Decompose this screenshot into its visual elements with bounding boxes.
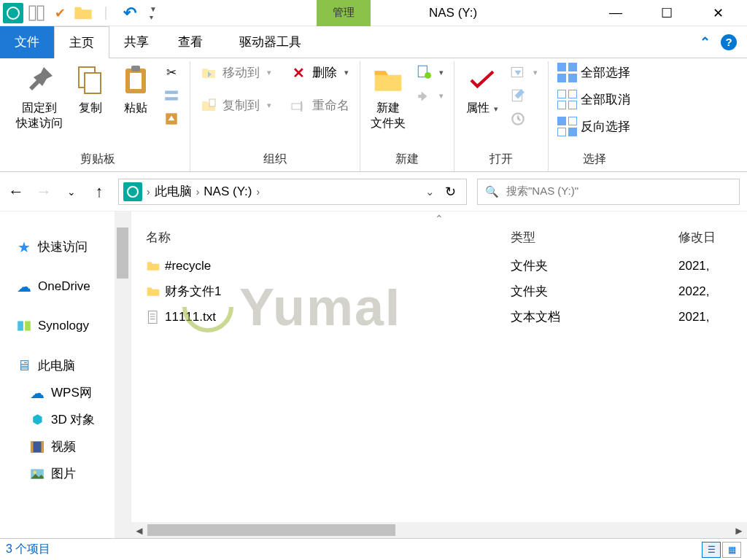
status-bar: 3 个项目 ☰ ▦ [0, 538, 747, 560]
nav-synology[interactable]: Synology [0, 313, 131, 339]
group-label-new: 新建 [395, 149, 419, 170]
chevron-icon[interactable]: › [196, 186, 200, 198]
minimize-button[interactable]: — [601, 5, 630, 21]
chevron-icon[interactable]: › [147, 186, 150, 198]
help-icon[interactable]: ? [721, 34, 737, 50]
recent-dropdown-icon[interactable]: ⌄ [63, 186, 80, 198]
rename-button[interactable]: 重命名 [287, 96, 352, 115]
tab-file[interactable]: 文件 [0, 26, 54, 58]
ribbon-group-new: 新建 文件夹 ▾ ▾ 新建 [360, 61, 454, 171]
tab-drive-tools[interactable]: 驱动器工具 [225, 26, 316, 58]
nav-videos[interactable]: 视频 [0, 433, 131, 460]
list-item[interactable]: 11111.txt 文本文档 2021, [146, 304, 747, 330]
tab-share[interactable]: 共享 [109, 26, 163, 58]
breadcrumb-this-pc[interactable]: 此电脑 [155, 183, 192, 200]
svg-rect-6 [131, 66, 140, 71]
delete-button[interactable]: ✕删除▾ [287, 63, 352, 82]
group-label-select: 选择 [583, 149, 606, 170]
nav-onedrive[interactable]: ☁OneDrive [0, 273, 131, 300]
manage-contextual-tab[interactable]: 管理 [317, 0, 371, 26]
breadcrumb[interactable]: › 此电脑 › NAS (Y:) › ⌄ ↻ [118, 179, 467, 205]
collapse-ribbon-icon[interactable]: ⌃ [700, 34, 711, 50]
svg-rect-7 [165, 90, 178, 93]
app-icon[interactable] [3, 3, 23, 23]
ribbon-group-open: 属性 ▾ ▾ 打开 [454, 61, 549, 171]
new-item-button[interactable]: ▾ [413, 63, 446, 82]
up-button[interactable]: ↑ [90, 182, 108, 201]
search-input[interactable]: 🔍 搜索"NAS (Y:)" [477, 179, 740, 205]
column-modified[interactable]: 修改日 [678, 229, 716, 246]
nav-quick-access[interactable]: ★快速访问 [0, 233, 131, 260]
window-controls: — ☐ ✕ [601, 5, 747, 21]
move-to-button[interactable]: 移动到▾ [198, 63, 274, 82]
select-none-icon [559, 92, 575, 108]
tab-home[interactable]: 主页 [54, 26, 109, 58]
quick-access-toolbar: ✔ │ ↶ ▼▾ [0, 3, 163, 23]
new-folder-button[interactable]: 新建 文件夹 [368, 63, 409, 131]
breadcrumb-location[interactable]: NAS (Y:) [204, 184, 252, 199]
svg-rect-1 [37, 6, 43, 20]
chevron-icon[interactable]: › [256, 186, 260, 198]
ribbon-group-clipboard: 固定到 快速访问 复制 粘贴 ✂ 剪贴板 [6, 61, 190, 171]
scroll-right-icon[interactable]: ► [731, 522, 747, 538]
forward-button[interactable]: → [35, 182, 53, 201]
nav-scrollbar[interactable] [115, 211, 131, 538]
pc-icon: 🖥 [16, 358, 32, 374]
properties-button[interactable]: 属性 ▾ [462, 63, 503, 116]
title-bar: ✔ │ ↶ ▼▾ 管理 NAS (Y:) — ☐ ✕ [0, 0, 747, 26]
main-area: ★快速访问 ☁OneDrive Synology 🖥此电脑 ☁WPS网 ⬢3D … [0, 211, 747, 538]
properties-icon[interactable]: ✔ [50, 3, 70, 23]
history-button[interactable] [507, 109, 541, 128]
pin-to-quick-access-button[interactable]: 固定到 快速访问 [13, 63, 66, 131]
back-button[interactable]: ← [7, 182, 25, 201]
address-dropdown-icon[interactable]: ⌄ [425, 185, 435, 198]
paste-button[interactable]: 粘贴 [115, 63, 156, 116]
view-details-button[interactable]: ☰ [702, 542, 721, 558]
svg-point-14 [425, 72, 431, 79]
open-button[interactable]: ▾ [507, 63, 541, 82]
nav-wps[interactable]: ☁WPS网 [0, 379, 131, 406]
easy-access-icon [416, 88, 432, 104]
nav-3d[interactable]: ⬢3D 对象 [0, 406, 131, 433]
list-item[interactable]: #recycle 文件夹 2021, [146, 253, 747, 279]
synology-icon [16, 318, 32, 334]
invert-selection-button[interactable]: 反向选择 [556, 117, 633, 136]
maximize-button[interactable]: ☐ [652, 5, 681, 21]
refresh-icon[interactable]: ↻ [445, 184, 456, 200]
copy-icon [73, 63, 108, 98]
cut-button[interactable]: ✂ [160, 63, 182, 82]
file-list: #recycle 文件夹 2021, 财务文件1 文件夹 2022, 11111… [131, 253, 747, 330]
svg-rect-21 [31, 441, 33, 452]
horizontal-scrollbar[interactable]: ◄ ► [131, 522, 747, 538]
tab-view[interactable]: 查看 [163, 26, 217, 58]
copy-to-button[interactable]: 复制到▾ [198, 96, 274, 115]
open-icon [510, 64, 526, 80]
paste-shortcut-button[interactable] [160, 109, 182, 128]
list-item[interactable]: 财务文件1 文件夹 2022, [146, 279, 747, 304]
select-none-button[interactable]: 全部取消 [556, 90, 633, 109]
undo-icon[interactable]: ↶ [120, 3, 140, 23]
folder-icon[interactable] [73, 3, 93, 23]
view-large-icons-button[interactable]: ▦ [722, 542, 741, 558]
column-scroll-icon[interactable]: ⌃ [131, 211, 747, 226]
qat-dropdown-icon[interactable]: ▼▾ [143, 3, 163, 23]
scroll-left-icon[interactable]: ◄ [131, 522, 147, 538]
close-button[interactable]: ✕ [703, 5, 732, 21]
nav-pictures[interactable]: 图片 [0, 460, 131, 487]
scroll-thumb[interactable] [147, 524, 395, 536]
edit-button[interactable] [507, 86, 541, 105]
nav-this-pc[interactable]: 🖥此电脑 [0, 352, 131, 379]
ribbon-group-organize: 移动到▾ 复制到▾ ✕删除▾ 重命名 组织 [190, 61, 360, 171]
copy-button[interactable]: 复制 [70, 63, 111, 116]
select-all-icon [559, 65, 575, 81]
copy-path-button[interactable] [160, 86, 182, 105]
svg-rect-11 [292, 104, 302, 109]
svg-rect-10 [209, 99, 215, 106]
ribbon-group-select: 全部选择 全部取消 反向选择 选择 [549, 61, 640, 171]
column-type[interactable]: 类型 [511, 229, 678, 246]
column-name[interactable]: 名称 [146, 229, 511, 246]
easy-access-button[interactable]: ▾ [413, 86, 446, 105]
svg-rect-12 [301, 101, 302, 112]
select-all-button[interactable]: 全部选择 [556, 63, 633, 82]
new-item-icon [416, 64, 432, 80]
